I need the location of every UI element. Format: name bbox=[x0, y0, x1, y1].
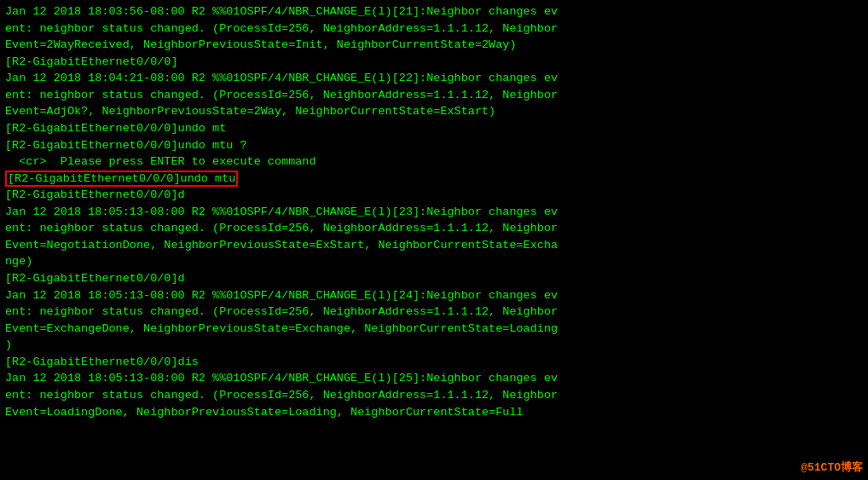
terminal-line: [R2-GigabitEthernet0/0/0] bbox=[5, 54, 863, 71]
terminal-line: ent: neighbor status changed. (ProcessId… bbox=[5, 387, 863, 404]
terminal-line: ) bbox=[5, 337, 863, 354]
terminal-line: [R2-GigabitEthernet0/0/0]undo mt bbox=[5, 120, 863, 137]
terminal-line: Jan 12 2018 18:05:13-08:00 R2 %%01OSPF/4… bbox=[5, 370, 863, 387]
terminal-line: Event=NegotiationDone, NeighborPreviousS… bbox=[5, 237, 863, 254]
terminal-line: ent: neighbor status changed. (ProcessId… bbox=[5, 87, 863, 104]
terminal-line: [R2-GigabitEthernet0/0/0]d bbox=[5, 270, 863, 287]
terminal-line: [R2-GigabitEthernet0/0/0]dis bbox=[5, 354, 863, 371]
terminal-line: Jan 12 2018 18:04:21-08:00 R2 %%01OSPF/4… bbox=[5, 70, 863, 87]
terminal-line: [R2-GigabitEthernet0/0/0]undo mtu bbox=[5, 171, 863, 188]
terminal-line: Jan 12 2018 18:05:13-08:00 R2 %%01OSPF/4… bbox=[5, 287, 863, 304]
terminal-line: Event=ExchangeDone, NeighborPreviousStat… bbox=[5, 321, 863, 338]
terminal-line: Event=2WayReceived, NeighborPreviousStat… bbox=[5, 37, 863, 54]
terminal-line: ent: neighbor status changed. (ProcessId… bbox=[5, 304, 863, 321]
terminal-line: ent: neighbor status changed. (ProcessId… bbox=[5, 20, 863, 38]
terminal-line: [R2-GigabitEthernet0/0/0]undo mtu ? bbox=[5, 137, 863, 154]
terminal-line: [R2-GigabitEthernet0/0/0]d bbox=[5, 187, 863, 204]
terminal-line: Event=LoadingDone, NeighborPreviousState… bbox=[5, 404, 863, 421]
terminal-line: Jan 12 2018 18:03:56-08:00 R2 %%01OSPF/4… bbox=[5, 3, 863, 20]
terminal-line: Event=AdjOk?, NeighborPreviousState=2Way… bbox=[5, 103, 863, 120]
terminal-line: Jan 12 2018 18:05:13-08:00 R2 %%01OSPF/4… bbox=[5, 204, 863, 221]
terminal-line: <cr> Please press ENTER to execute comma… bbox=[5, 153, 863, 171]
watermark: @51CTO博客 bbox=[801, 460, 863, 477]
terminal-window: Jan 12 2018 18:03:56-08:00 R2 %%01OSPF/4… bbox=[0, 0, 868, 480]
terminal-line: ent: neighbor status changed. (ProcessId… bbox=[5, 220, 863, 237]
terminal-line: nge) bbox=[5, 253, 863, 270]
